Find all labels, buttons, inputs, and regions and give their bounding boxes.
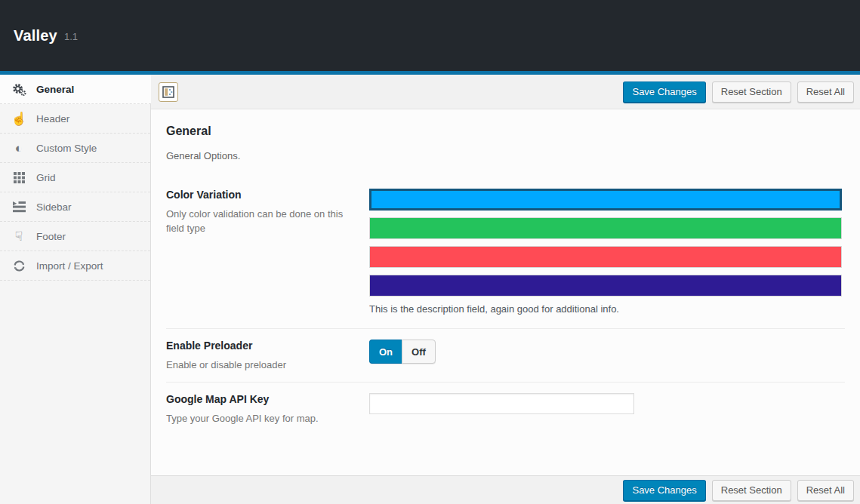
reset-section-button-bottom[interactable]: Reset Section [712, 480, 791, 501]
field-label: Google Map API Key [166, 393, 354, 405]
field-label: Color Variation [166, 189, 354, 201]
page-title: Valley [14, 27, 57, 45]
field-enable-preloader: Enable Preloader Enable or disable prelo… [166, 329, 845, 383]
sidebar-item-label: General [36, 84, 74, 95]
color-option-indigo[interactable] [369, 275, 842, 297]
section-title: General [166, 124, 845, 138]
save-changes-button-top[interactable]: Save Changes [623, 81, 705, 103]
sidebar-item-header[interactable]: ☝ Header [0, 104, 150, 134]
color-option-green[interactable] [369, 217, 842, 239]
hand-down-icon: ☟ [11, 230, 26, 243]
sidebar-item-label: Header [36, 113, 69, 124]
field-color-variation: Color Variation Only color validation ca… [166, 178, 845, 329]
section-subtitle: General Options. [166, 150, 845, 161]
app-body: General ☝ Header ◐ Custom Style Grid [0, 75, 860, 504]
top-toolbar: Save Changes Reset Section Reset All [151, 75, 860, 109]
field-control-column: This is the description field, again goo… [369, 189, 842, 319]
reset-all-button-top[interactable]: Reset All [797, 81, 854, 103]
toolbar-actions: Save Changes Reset Section Reset All [623, 480, 854, 501]
version-badge: 1.1 [64, 29, 78, 42]
options-sidebar: General ☝ Header ◐ Custom Style Grid [0, 75, 151, 504]
bottom-toolbar: Save Changes Reset Section Reset All [151, 475, 860, 504]
sidebar-item-label: Grid [36, 172, 56, 183]
field-description: Enable or disable preloader [166, 358, 354, 373]
field-footnote: This is the description field, again goo… [369, 303, 842, 319]
field-control-column: On Off [369, 340, 842, 373]
sidebar-item-sidebar[interactable]: Sidebar [0, 192, 150, 222]
save-changes-button-bottom[interactable]: Save Changes [623, 480, 705, 501]
indent-list-icon [11, 201, 26, 213]
field-google-map-api-key: Google Map API Key Type your Google API … [166, 383, 845, 435]
hand-up-icon: ☝ [11, 112, 26, 125]
field-label-column: Color Variation Only color validation ca… [166, 189, 369, 319]
preloader-off-button[interactable]: Off [402, 340, 436, 364]
gears-icon [11, 82, 26, 97]
reset-all-button-bottom[interactable]: Reset All [797, 480, 854, 501]
sidebar-item-grid[interactable]: Grid [0, 163, 150, 192]
sidebar-item-label: Custom Style [36, 143, 97, 154]
field-control-column [369, 393, 842, 426]
field-label-column: Enable Preloader Enable or disable prelo… [166, 340, 369, 373]
grid-icon [11, 172, 26, 183]
toolbar-actions: Save Changes Reset Section Reset All [623, 81, 854, 103]
admin-topbar: Valley 1.1 [0, 0, 860, 75]
color-option-red[interactable] [369, 246, 842, 268]
options-panel: Save Changes Reset Section Reset All Gen… [151, 75, 860, 504]
sidebar-item-footer[interactable]: ☟ Footer [0, 222, 150, 251]
preloader-toggle: On Off [369, 340, 436, 364]
sidebar-item-label: Sidebar [36, 201, 72, 213]
field-label: Enable Preloader [166, 340, 354, 352]
color-option-blue[interactable] [369, 189, 842, 211]
expand-options-icon [162, 86, 174, 98]
expand-options-button[interactable] [159, 82, 178, 102]
field-description: Only color validation can be done on thi… [166, 207, 354, 236]
reset-section-button-top[interactable]: Reset Section [712, 81, 791, 103]
google-api-key-input[interactable] [369, 393, 634, 414]
field-label-column: Google Map API Key Type your Google API … [166, 393, 369, 426]
sidebar-item-label: Import / Export [36, 260, 103, 272]
sidebar-item-custom-style[interactable]: ◐ Custom Style [0, 134, 150, 163]
sidebar-item-import-export[interactable]: Import / Export [0, 251, 150, 281]
preloader-on-button[interactable]: On [369, 340, 402, 364]
valley-options-page: Valley 1.1 General ☝ Header ◐ [0, 0, 860, 504]
field-description: Type your Google API key for map. [166, 412, 354, 426]
sidebar-item-general[interactable]: General [0, 75, 151, 104]
refresh-icon [11, 260, 26, 272]
sidebar-item-label: Footer [36, 231, 66, 242]
contrast-icon: ◐ [11, 142, 26, 155]
section-content: General General Options. Color Variation… [151, 109, 860, 475]
